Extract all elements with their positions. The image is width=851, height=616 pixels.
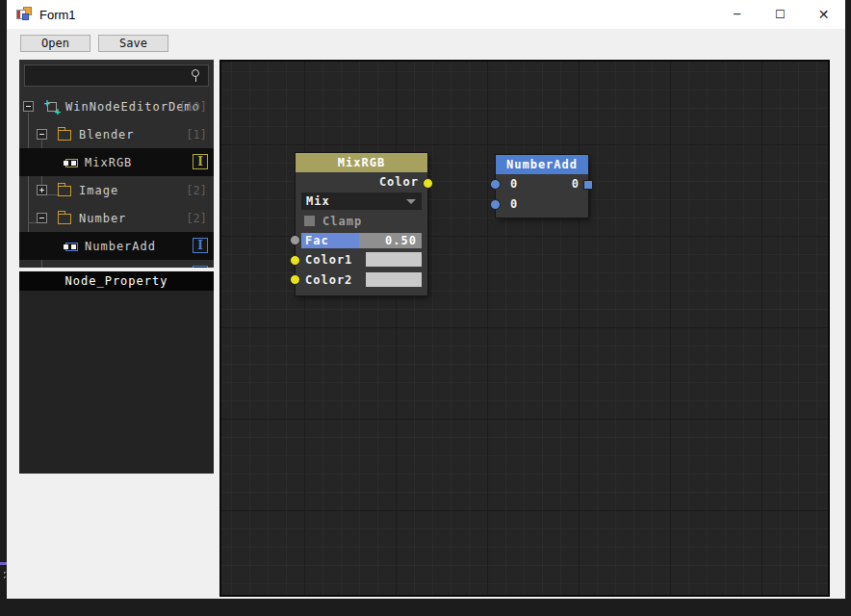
color1-swatch[interactable]: [366, 252, 422, 267]
blend-mode-dropdown[interactable]: Mix: [301, 192, 422, 210]
minimize-button[interactable]: ─: [715, 0, 759, 29]
folder-icon: [58, 130, 71, 141]
expand-icon[interactable]: [37, 185, 47, 195]
tree-item-count: [2]: [186, 212, 207, 225]
open-button[interactable]: Open: [20, 35, 90, 52]
socket-sum-output[interactable]: [583, 180, 593, 190]
socket-fac-input[interactable]: [290, 235, 300, 245]
tree-item-winnodeeditordemo[interactable]: ++ WinNodeEditorDemo [10]: [19, 92, 214, 120]
node-type-icon: I: [193, 266, 208, 268]
tree-item-label: NumberAdd: [85, 240, 156, 253]
clamp-row: Clamp: [296, 212, 427, 231]
node-icon: [64, 159, 80, 167]
clamp-checkbox[interactable]: [304, 216, 315, 226]
form-window: Form1 ─ ☐ ✕ Open Save: [7, 0, 845, 599]
collapse-icon[interactable]: [37, 213, 47, 223]
color2-label: Color2: [305, 273, 352, 287]
node-icon: [64, 243, 80, 251]
fac-slider-fill: Fac: [301, 233, 359, 248]
scene-icon: ++: [44, 99, 59, 114]
node-type-icon: I: [193, 238, 208, 253]
tree-item-label: Number: [79, 212, 126, 225]
search-icon: [190, 69, 201, 83]
search-input[interactable]: [29, 66, 185, 85]
node-tree-panel: ++ WinNodeEditorDemo [10] Blender [1]: [19, 60, 214, 268]
output-value: 0: [572, 177, 580, 191]
save-button[interactable]: Save: [98, 35, 168, 52]
tree-item-label: MixRGB: [85, 156, 132, 169]
node-tree: ++ WinNodeEditorDemo [10] Blender [1]: [19, 92, 214, 268]
tree-item-numberadd[interactable]: NumberAdd I: [19, 232, 214, 260]
socket-number2-input[interactable]: [490, 199, 501, 210]
numberadd-row1: 0 0: [496, 174, 588, 194]
folder-icon: [58, 214, 71, 224]
fac-value: 0.50: [359, 233, 422, 248]
socket-color1-input[interactable]: [290, 255, 300, 266]
node-property-header: Node_Property: [19, 271, 214, 291]
fac-slider[interactable]: Fac 0.50: [301, 233, 422, 248]
tree-item-label: Blender: [79, 128, 135, 141]
desktop-artifact: [0, 562, 7, 565]
node-editor-canvas[interactable]: MixRGB Color Mix Clamp Fac 0.50 Color: [219, 60, 830, 597]
folder-icon: [58, 186, 71, 196]
node-type-icon: I: [193, 154, 208, 169]
socket-color2-input[interactable]: [290, 274, 300, 285]
node-mixrgb[interactable]: MixRGB Color Mix Clamp Fac 0.50 Color: [296, 153, 427, 295]
tree-item-label: Image: [79, 184, 118, 197]
close-button[interactable]: ✕: [802, 0, 845, 29]
input2-value: 0: [510, 197, 518, 211]
socket-number1-input[interactable]: [490, 179, 501, 190]
numberadd-row2: 0: [496, 194, 588, 214]
collapse-icon[interactable]: [23, 101, 34, 112]
color1-label: Color1: [305, 253, 352, 267]
tree-item-numberinput[interactable]: NumberInput I: [19, 260, 214, 268]
socket-color-output[interactable]: [423, 178, 433, 189]
node-mixrgb-title[interactable]: MixRGB: [296, 153, 427, 172]
titlebar: Form1 ─ ☐ ✕: [7, 0, 845, 29]
tree-item-image[interactable]: Image [2]: [19, 176, 214, 204]
search-box[interactable]: [24, 64, 209, 87]
app-icon: [16, 7, 32, 22]
tree-item-count: [10]: [179, 100, 207, 114]
node-numberadd[interactable]: NumberAdd 0 0 0: [496, 155, 588, 218]
blend-mode-value: Mix: [306, 194, 330, 208]
node-mixrgb-output-row: Color: [296, 172, 427, 192]
tree-item-count: [2]: [186, 184, 207, 197]
color2-swatch[interactable]: [366, 272, 422, 287]
window-title: Form1: [39, 8, 76, 22]
color2-row: Color2: [296, 270, 427, 290]
toolbar: Open Save: [7, 29, 845, 58]
node-numberadd-title[interactable]: NumberAdd: [496, 155, 588, 174]
node-property-panel: Node_Property: [19, 271, 214, 474]
collapse-icon[interactable]: [37, 129, 47, 140]
tree-item-mixrgb[interactable]: MixRGB I: [19, 148, 214, 176]
desktop: Form1 ─ ☐ ✕ Open Save: [0, 0, 851, 616]
clamp-label: Clamp: [322, 215, 362, 228]
color1-row: Color1: [296, 250, 427, 270]
input1-value: 0: [510, 177, 518, 191]
tree-item-count: [1]: [186, 128, 207, 141]
tree-item-blender[interactable]: Blender [1]: [19, 120, 214, 148]
maximize-button[interactable]: ☐: [759, 0, 802, 29]
output-label: Color: [379, 175, 419, 189]
chevron-down-icon: [406, 199, 416, 204]
tree-item-number[interactable]: Number [2]: [19, 204, 214, 232]
